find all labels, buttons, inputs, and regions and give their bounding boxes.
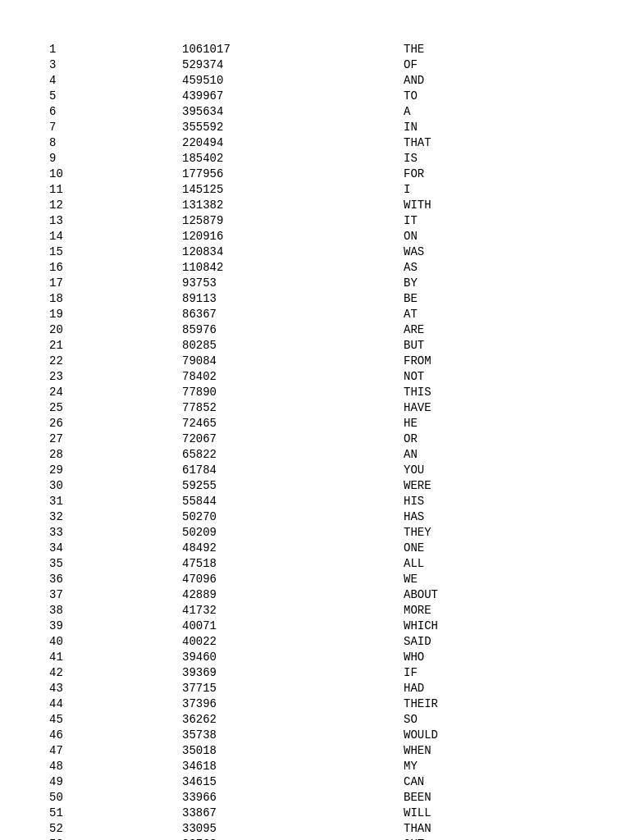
table-row: 25 77852 HAVE	[49, 399, 581, 415]
word-cell: I	[404, 181, 581, 197]
table-row: 48 34618 MY	[49, 758, 581, 774]
rank-cell: 30	[49, 477, 182, 493]
word-cell: WAS	[404, 244, 581, 259]
count-cell: 32763	[182, 836, 404, 840]
table-row: 10 177956 FOR	[49, 166, 581, 181]
word-cell: HAD	[404, 680, 581, 696]
rank-cell: 17	[49, 275, 182, 290]
rank-cell: 27	[49, 431, 182, 446]
table-row: 50 33966 BEEN	[49, 789, 581, 805]
word-cell: BUT	[404, 337, 581, 353]
count-cell: 177956	[182, 166, 404, 181]
count-cell: 131382	[182, 197, 404, 212]
rank-cell: 24	[49, 384, 182, 399]
count-cell: 1061017	[182, 41, 404, 57]
table-row: 4 459510 AND	[49, 72, 581, 88]
table-row: 53 32763 OUT	[49, 836, 581, 840]
count-cell: 65822	[182, 446, 404, 462]
word-cell: HAVE	[404, 399, 581, 415]
word-cell: OF	[404, 57, 581, 72]
rank-cell: 20	[49, 322, 182, 337]
word-cell: ALL	[404, 555, 581, 571]
count-cell: 120916	[182, 228, 404, 244]
count-cell: 459510	[182, 72, 404, 88]
table-row: 21 80285 BUT	[49, 337, 581, 353]
word-cell: HAS	[404, 509, 581, 524]
rank-cell: 36	[49, 571, 182, 587]
count-cell: 34618	[182, 758, 404, 774]
count-cell: 55844	[182, 493, 404, 509]
table-row: 37 42889 ABOUT	[49, 587, 581, 602]
table-row: 22 79084 FROM	[49, 353, 581, 368]
rank-cell: 4	[49, 72, 182, 88]
count-cell: 50209	[182, 524, 404, 540]
count-cell: 395634	[182, 103, 404, 119]
word-cell: ARE	[404, 322, 581, 337]
table-row: 28 65822 AN	[49, 446, 581, 462]
word-cell: WITH	[404, 197, 581, 212]
count-cell: 40071	[182, 618, 404, 633]
table-row: 1 1061017 THE	[49, 41, 581, 57]
table-row: 6 395634 A	[49, 103, 581, 119]
count-cell: 33867	[182, 805, 404, 820]
count-cell: 37396	[182, 696, 404, 711]
word-cell: WHO	[404, 649, 581, 664]
count-cell: 89113	[182, 290, 404, 306]
word-cell: IS	[404, 150, 581, 166]
rank-cell: 9	[49, 150, 182, 166]
rank-cell: 10	[49, 166, 182, 181]
rank-cell: 25	[49, 399, 182, 415]
table-row: 16 110842 AS	[49, 259, 581, 275]
count-cell: 120834	[182, 244, 404, 259]
table-row: 11 145125 I	[49, 181, 581, 197]
rank-cell: 21	[49, 337, 182, 353]
word-cell: ONE	[404, 540, 581, 555]
rank-cell: 19	[49, 306, 182, 322]
count-cell: 355592	[182, 119, 404, 135]
count-cell: 50270	[182, 509, 404, 524]
table-row: 44 37396 THEIR	[49, 696, 581, 711]
word-cell: NOT	[404, 368, 581, 384]
count-cell: 59255	[182, 477, 404, 493]
rank-cell: 31	[49, 493, 182, 509]
word-cell: YOU	[404, 462, 581, 477]
rank-cell: 53	[49, 836, 182, 840]
count-cell: 220494	[182, 135, 404, 150]
word-cell: SAID	[404, 633, 581, 649]
table-row: 32 50270 HAS	[49, 509, 581, 524]
rank-cell: 23	[49, 368, 182, 384]
rank-cell: 8	[49, 135, 182, 150]
count-cell: 85976	[182, 322, 404, 337]
count-cell: 110842	[182, 259, 404, 275]
table-row: 17 93753 BY	[49, 275, 581, 290]
word-cell: WHICH	[404, 618, 581, 633]
table-row: 36 47096 WE	[49, 571, 581, 587]
rank-cell: 42	[49, 664, 182, 680]
count-cell: 48492	[182, 540, 404, 555]
table-row: 29 61784 YOU	[49, 462, 581, 477]
word-cell: MORE	[404, 602, 581, 618]
count-cell: 42889	[182, 587, 404, 602]
rank-cell: 33	[49, 524, 182, 540]
table-row: 33 50209 THEY	[49, 524, 581, 540]
rank-cell: 26	[49, 415, 182, 431]
table-row: 35 47518 ALL	[49, 555, 581, 571]
rank-cell: 43	[49, 680, 182, 696]
rank-cell: 41	[49, 649, 182, 664]
table-row: 13 125879 IT	[49, 212, 581, 228]
count-cell: 77890	[182, 384, 404, 399]
table-row: 12 131382 WITH	[49, 197, 581, 212]
count-cell: 79084	[182, 353, 404, 368]
rank-cell: 38	[49, 602, 182, 618]
count-cell: 40022	[182, 633, 404, 649]
table-row: 30 59255 WERE	[49, 477, 581, 493]
rank-cell: 45	[49, 711, 182, 727]
word-cell: THAN	[404, 820, 581, 836]
count-cell: 439967	[182, 88, 404, 103]
rank-cell: 46	[49, 727, 182, 742]
table-row: 31 55844 HIS	[49, 493, 581, 509]
rank-cell: 34	[49, 540, 182, 555]
table-row: 38 41732 MORE	[49, 602, 581, 618]
word-cell: AT	[404, 306, 581, 322]
rank-cell: 11	[49, 181, 182, 197]
